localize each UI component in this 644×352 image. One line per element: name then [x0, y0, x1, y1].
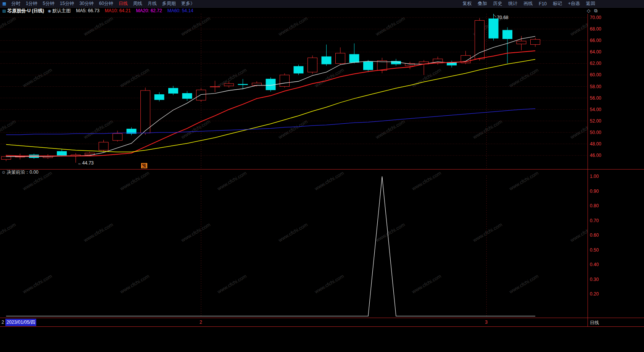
price-tick-label: 46.00 — [590, 153, 601, 158]
corner-icons: ◇ ⧉ — [587, 8, 597, 13]
price-tick-label: 56.00 — [590, 95, 601, 101]
toolbar-action[interactable]: 历史 — [490, 0, 505, 7]
menu-icon[interactable]: ▦ — [0, 1, 8, 6]
toolbar-action[interactable]: 叠加 — [475, 0, 490, 7]
price-tick-label: 50.00 — [590, 130, 601, 135]
toolbar-action[interactable]: 统计 — [505, 0, 520, 7]
period-tab[interactable]: 周线 — [130, 0, 145, 7]
period-tab[interactable]: 分时 — [8, 0, 23, 7]
period-tab[interactable]: 1分钟 — [23, 0, 40, 7]
stock-icon: ▤ — [0, 9, 7, 13]
indicator-tick-label: 0.60 — [590, 233, 599, 238]
period-tab[interactable]: 60分钟 — [97, 0, 116, 7]
indicator-tick-label: 0.50 — [590, 247, 599, 253]
period-tab[interactable]: 日线 — [116, 0, 130, 7]
price-tick-label: 54.00 — [590, 107, 601, 112]
ma-label: MA60: 54.14 — [167, 8, 193, 13]
price-tick-label: 52.00 — [590, 118, 601, 124]
period-tab[interactable]: 30分钟 — [77, 0, 96, 7]
toolbar-actions: 复权叠加历史统计画线F10标记+自选返回 — [459, 0, 598, 7]
period-tab[interactable]: 15分钟 — [57, 0, 77, 7]
main-chart-mode-icon: ◉ — [48, 9, 51, 13]
info-bar: ▤ 芯原股份-U (日线) ◉ 默认主图 MA5: 66.73MA10: 64.… — [0, 8, 644, 14]
price-tick-label: 48.00 — [590, 141, 601, 147]
indicator-tick-label: 0.30 — [590, 277, 599, 282]
stock-name: 芯原股份-U (日线) — [7, 8, 44, 14]
main-chart-canvas[interactable]: ←44.7370.68 — [0, 14, 588, 169]
indicator-tick-label: 0.20 — [590, 291, 599, 297]
price-tick-label: 66.00 — [590, 38, 601, 43]
indicator-tick-label: 0.70 — [590, 218, 599, 223]
toolbar-action[interactable]: 复权 — [459, 0, 475, 7]
period-tab[interactable]: 月线 — [145, 0, 159, 7]
period-tabs: 分时1分钟5分钟15分钟30分钟60分钟日线周线月线多周期更多》 — [8, 0, 197, 7]
panel-divider[interactable] — [0, 169, 644, 170]
month-marker: 2 — [200, 320, 202, 325]
indicator-collapse-icon[interactable]: ⊙ — [0, 170, 6, 174]
ma-label: MA20: 62.72 — [136, 8, 162, 13]
toolbar-action[interactable]: +自选 — [565, 0, 583, 7]
axis-separator-line — [588, 14, 588, 326]
indicator-header: ⊙ 决策前沿：0.00 — [0, 170, 39, 175]
main-chart-mode[interactable]: 默认主图 — [52, 8, 71, 14]
toolbar-action[interactable]: 标记 — [550, 0, 565, 7]
toolbar-action[interactable]: F10 — [536, 1, 550, 6]
indicator-tick-label: 0.80 — [590, 203, 599, 208]
svg-text:70.68: 70.68 — [497, 15, 509, 20]
period-tab[interactable]: 多周期 — [159, 0, 179, 7]
ma-label: MA5: 66.73 — [76, 8, 99, 13]
bottom-border — [0, 326, 644, 327]
ma-legend: MA5: 66.73MA10: 64.21MA20: 62.72MA60: 54… — [76, 8, 199, 13]
toolbar-action[interactable]: 画线 — [520, 0, 536, 7]
period-tab[interactable]: 5分钟 — [40, 0, 57, 7]
app-window: ▦ 分时1分钟5分钟15分钟30分钟60分钟日线周线月线多周期更多》 复权叠加历… — [0, 0, 644, 352]
date-axis-period-label: 日线 — [590, 320, 599, 326]
selected-date: 2023/01/05/四 — [5, 319, 36, 326]
signal-marker: 预 — [141, 163, 147, 168]
toolbar-action[interactable]: 返回 — [583, 0, 598, 7]
indicator-chart-canvas[interactable] — [0, 176, 588, 318]
indicator-tick-label: 1.00 — [590, 174, 599, 179]
price-tick-label: 58.00 — [590, 84, 601, 89]
price-tick-label: 60.00 — [590, 72, 601, 78]
date-fragment: 2 — [2, 320, 4, 325]
price-tick-label: 68.00 — [590, 26, 601, 32]
date-axis: 2 2023/01/05/四 23 日线 — [0, 318, 644, 326]
ma-label: MA10: 64.21 — [105, 8, 131, 13]
top-toolbar: ▦ 分时1分钟5分钟15分钟30分钟60分钟日线周线月线多周期更多》 复权叠加历… — [0, 0, 644, 8]
indicator-tick-label: 0.90 — [590, 189, 599, 194]
month-marker: 3 — [485, 320, 488, 325]
price-tick-label: 70.00 — [590, 15, 601, 20]
period-tab[interactable]: 更多》 — [179, 0, 198, 7]
price-tick-label: 64.00 — [590, 49, 601, 55]
indicator-tick-label: 0.40 — [590, 262, 599, 267]
price-tick-label: 62.00 — [590, 61, 601, 66]
window-icon[interactable]: ⧉ — [594, 8, 597, 13]
diamond-icon[interactable]: ◇ — [587, 8, 590, 13]
svg-text:←44.73: ←44.73 — [78, 160, 94, 166]
indicator-label: 决策前沿：0.00 — [6, 169, 38, 176]
